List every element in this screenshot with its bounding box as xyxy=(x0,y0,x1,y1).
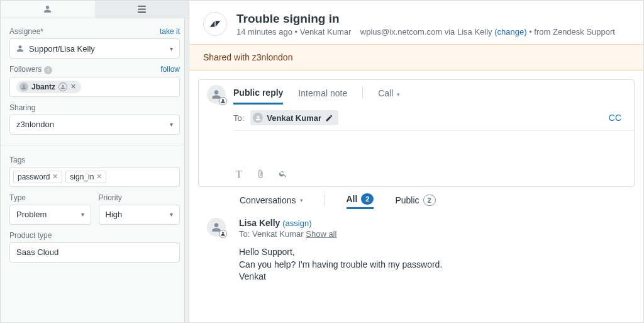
attachment-icon[interactable] xyxy=(256,169,265,180)
priority-value: High xyxy=(106,210,123,219)
ticket-email: wplus@ix.netcom.com xyxy=(360,27,442,37)
sidebar-tab-list[interactable] xyxy=(95,1,189,18)
tag-chip: password ✕ xyxy=(13,171,62,183)
pencil-icon[interactable] xyxy=(325,114,333,122)
change-link[interactable]: (change) xyxy=(494,27,526,37)
remove-tag-icon[interactable]: ✕ xyxy=(52,173,58,181)
ticket-requester[interactable]: Venkat Kumar xyxy=(300,27,352,37)
sidebar-scrollbar[interactable] xyxy=(184,18,189,322)
tags-input[interactable]: password ✕ sign_in ✕ xyxy=(9,167,180,187)
message-to: To: Venkat Kumar Show all xyxy=(239,229,630,239)
person-outline-icon xyxy=(58,82,67,91)
avatar-icon xyxy=(19,82,28,91)
agent-badge-icon xyxy=(219,230,227,238)
tab-internal-note[interactable]: Internal note xyxy=(298,88,347,103)
agent-badge-icon xyxy=(219,97,227,105)
product-type-value: Saas Cloud xyxy=(16,247,58,257)
priority-label: Priority xyxy=(99,193,180,202)
tag-text: password xyxy=(18,173,50,181)
list-icon xyxy=(138,6,146,13)
info-icon[interactable]: i xyxy=(44,66,52,74)
follow-link[interactable]: follow xyxy=(160,65,180,74)
divider xyxy=(325,195,325,206)
ticket-sidebar: Assignee* take it Support/Lisa Kelly ▾ F… xyxy=(1,1,189,322)
assign-link[interactable]: (assign) xyxy=(282,218,311,228)
priority-select[interactable]: High ▾ xyxy=(99,205,180,225)
svg-rect-0 xyxy=(138,6,146,7)
recipient-name: Venkat Kumar xyxy=(267,113,321,123)
type-select[interactable]: Problem ▾ xyxy=(9,205,91,225)
recipient-pill[interactable]: Venkat Kumar xyxy=(250,110,338,125)
ticket-header: Trouble signing in 14 minutes ago • Venk… xyxy=(189,1,643,44)
type-group: Type Problem ▾ xyxy=(9,193,91,225)
divider xyxy=(362,87,363,98)
zendesk-icon xyxy=(209,18,221,30)
divider xyxy=(1,145,189,145)
count-badge: 2 xyxy=(423,195,436,206)
message-avatar xyxy=(207,218,226,237)
compose-toolbar: T xyxy=(233,162,634,186)
conversation-filters: Conversations ▾ All 2 Public 2 xyxy=(189,187,643,213)
avatar-icon xyxy=(253,113,263,123)
followers-group: Followersi follow Jbantz ✕ xyxy=(9,65,180,97)
ticket-time: 14 minutes ago xyxy=(236,27,292,37)
sender-name[interactable]: Lisa Kelly xyxy=(239,218,280,228)
text-format-icon[interactable]: T xyxy=(236,169,242,180)
search-icon[interactable] xyxy=(279,169,287,180)
tab-call[interactable]: Call▾ xyxy=(378,88,400,103)
assignee-value: Support/Lisa Kelly xyxy=(29,44,95,54)
sharing-group: Sharing z3nlondon ▾ xyxy=(9,103,180,135)
app-root: Assignee* take it Support/Lisa Kelly ▾ F… xyxy=(0,0,644,323)
filter-all[interactable]: All 2 xyxy=(347,193,374,209)
assignee-label: Assignee* xyxy=(9,27,43,36)
svg-rect-2 xyxy=(138,11,146,13)
take-it-link[interactable]: take it xyxy=(160,27,180,36)
ticket-title: Trouble signing in xyxy=(236,12,615,26)
cc-link[interactable]: CC xyxy=(609,113,621,123)
sidebar-body: Assignee* take it Support/Lisa Kelly ▾ F… xyxy=(1,18,189,271)
sidebar-tab-user[interactable] xyxy=(1,1,95,18)
message-item: Lisa Kelly (assign) To: Venkat Kumar Sho… xyxy=(189,213,643,292)
assignee-select[interactable]: Support/Lisa Kelly ▾ xyxy=(9,38,180,59)
ticket-source: from Zendesk Support xyxy=(534,27,615,37)
message-content: Hello Support, Can you help? I'm having … xyxy=(239,246,630,283)
priority-group: Priority High ▾ xyxy=(99,193,180,225)
chevron-down-icon: ▾ xyxy=(81,211,84,218)
filter-public[interactable]: Public 2 xyxy=(395,195,435,206)
chevron-down-icon: ▾ xyxy=(170,211,173,218)
message-from: Lisa Kelly (assign) xyxy=(239,218,630,228)
compose-card: Public reply Internal note Call▾ To: Ven… xyxy=(198,79,635,187)
followers-input[interactable]: Jbantz ✕ xyxy=(9,77,180,97)
sharing-select[interactable]: z3nlondon ▾ xyxy=(9,115,180,135)
product-type-input[interactable]: Saas Cloud xyxy=(9,242,180,263)
person-icon xyxy=(16,45,24,52)
recipient-name: Venkat Kumar xyxy=(252,229,304,239)
remove-follower-icon[interactable]: ✕ xyxy=(70,82,76,91)
ticket-via-agent: Lisa Kelly xyxy=(457,27,492,37)
channel-logo xyxy=(203,12,227,36)
ticket-meta: 14 minutes ago • Venkat Kumar wplus@ix.n… xyxy=(236,27,615,37)
tags-group: Tags password ✕ sign_in ✕ xyxy=(9,156,180,187)
remove-tag-icon[interactable]: ✕ xyxy=(96,173,102,181)
type-value: Problem xyxy=(16,210,47,219)
sidebar-tabs xyxy=(1,1,189,18)
person-icon xyxy=(43,5,52,13)
tag-chip: sign_in ✕ xyxy=(65,171,106,183)
follower-name: Jbantz xyxy=(31,82,55,91)
compose-avatar xyxy=(207,85,226,104)
product-type-label: Product type xyxy=(9,231,180,240)
chevron-down-icon: ▾ xyxy=(397,91,400,98)
show-all-link[interactable]: Show all xyxy=(306,229,336,239)
filter-conversations[interactable]: Conversations ▾ xyxy=(240,195,303,205)
to-label: To: xyxy=(233,113,244,123)
followers-label: Followersi xyxy=(9,65,52,74)
compose-textarea[interactable] xyxy=(233,131,634,162)
compose-section: Public reply Internal note Call▾ To: Ven… xyxy=(189,71,643,187)
tab-public-reply[interactable]: Public reply xyxy=(233,88,283,105)
svg-rect-1 xyxy=(138,9,146,10)
compose-to-row: To: Venkat Kumar CC xyxy=(233,105,634,131)
tag-text: sign_in xyxy=(70,173,94,181)
tags-label: Tags xyxy=(9,156,180,164)
type-label: Type xyxy=(9,193,91,202)
follower-pill: Jbantz ✕ xyxy=(16,81,81,93)
